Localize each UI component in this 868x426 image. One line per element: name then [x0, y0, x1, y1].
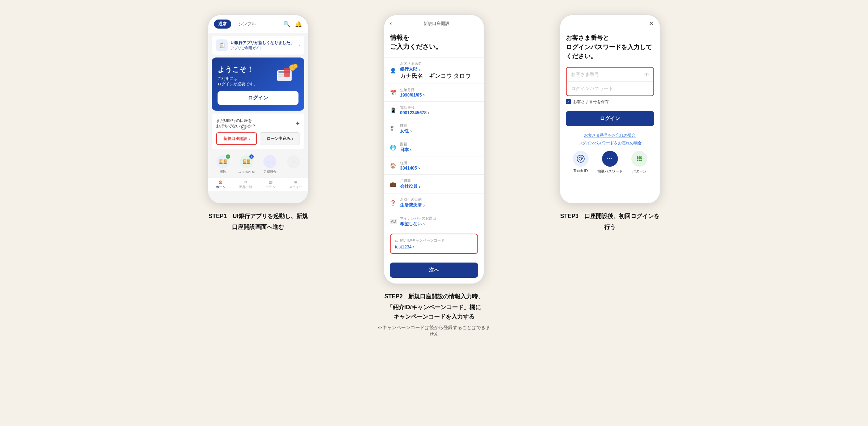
phone-icon: 📱: [390, 107, 397, 113]
field-gender-content: 性別 女性 ›: [400, 123, 478, 134]
person-icon: 👤: [390, 68, 397, 73]
touchid-label: Touch ID: [573, 169, 588, 173]
step2-number: STEP2 新規口座開設の情報入力時、: [376, 293, 492, 301]
campaign-chevron-icon: ›: [413, 244, 414, 250]
step1-column: 通常 シンプル 🔍 🔔 📋 UI銀行アプリが新しくなりました。 アプリご利用ガイ…: [181, 14, 335, 232]
svg-rect-3: [278, 76, 284, 77]
svg-point-11: [637, 158, 638, 159]
step1-number: STEP1 UI銀行アプリを起動し、新規: [209, 213, 308, 220]
bottom-nav: 🏠 ホーム 🏷 商品一覧 📰 コラム ⊞ メニュー: [208, 177, 308, 191]
field-address[interactable]: 🏠 住所 3841405 ›: [384, 157, 484, 174]
nav-products[interactable]: 🏷 商品一覧: [233, 180, 258, 189]
field-birthdate[interactable]: 📅 生年月日 1990/01/05 ›: [384, 84, 484, 101]
shortcut-savings[interactable]: ⋯ 定期預金: [259, 155, 281, 174]
step3-desc: 行う: [560, 222, 659, 232]
tab-simple[interactable]: シンプル: [234, 20, 260, 29]
step3-label: STEP3 口座開設後、初回ログインを 行う: [560, 213, 659, 232]
steps-container: 通常 シンプル 🔍 🔔 📋 UI銀行アプリが新しくなりました。 アプリご利用ガイ…: [181, 14, 687, 337]
field-name[interactable]: 👤 お客さま氏名 銀行太郎 › カナ氏名 ギンコウ タロウ: [384, 57, 484, 84]
step1-desc: 口座開設画面へ進む: [209, 222, 308, 232]
checkbox-checked-icon: ✓: [566, 99, 571, 104]
login-big-button[interactable]: ログイン: [566, 111, 654, 126]
form-title: 新規口座開設: [395, 21, 478, 27]
notice-main: UI銀行アプリが新しくなりました。: [231, 40, 296, 46]
products-nav-icon: 🏷: [244, 180, 247, 184]
svg-point-15: [639, 160, 640, 161]
save-checkbox[interactable]: ✓ お客さま番号を保存: [566, 99, 654, 105]
star-icon: ✦: [295, 120, 300, 127]
simple-password-label: 簡単パスワード: [597, 169, 623, 174]
next-button[interactable]: 次へ: [390, 263, 478, 278]
field-name-content: お客さま氏名 銀行太郎 › カナ氏名 ギンコウ タロウ: [400, 61, 478, 80]
nav-menu[interactable]: ⊞ メニュー: [283, 180, 308, 189]
forgot-number-link[interactable]: お客さま番号をお忘れの場合: [584, 133, 636, 138]
notice-sub: アプリご利用ガイド: [231, 46, 296, 51]
field-occupation[interactable]: 💼 ご職業 会社役員 ›: [384, 174, 484, 193]
pattern-icon: [631, 151, 647, 167]
field-gender[interactable]: ⚧ 性別 女性 ›: [384, 119, 484, 138]
password-field[interactable]: ログインパスワード: [567, 82, 653, 95]
step2-label: STEP2 新規口座開設の情報入力時、 「紹介ID/キャンペーンコード」欄にキャ…: [376, 293, 492, 337]
atm-icon: 💴 ¥: [240, 155, 253, 168]
simple-password-method[interactable]: ··· 簡単パスワード: [597, 151, 623, 174]
touchid-method[interactable]: Touch ID: [573, 151, 589, 174]
pattern-method[interactable]: パターン: [631, 151, 647, 174]
transfer-icon: 💴 +: [216, 155, 229, 168]
field-phone-content: 電話番号 09012345678 ›: [400, 105, 478, 115]
forgot-password-link[interactable]: ログインパスワードをお忘れの場合: [578, 140, 642, 146]
shortcut-atm[interactable]: 💴 ¥ スマホATM: [235, 155, 257, 174]
campaign-label: 🏷 紹介ID/キャンペーンコード: [395, 238, 473, 243]
field-birthdate-content: 生年月日 1990/01/05 ›: [400, 88, 478, 98]
field-nationality[interactable]: 🌐 国籍 日本 ›: [384, 138, 484, 157]
globe-icon: 🌐: [390, 145, 397, 150]
search-icon[interactable]: 🔍: [283, 21, 291, 27]
modal-heading: お客さま番号とログインパスワードを入力してください。: [560, 32, 660, 67]
campaign-value: test1234 ›: [395, 244, 473, 250]
question-icon: ❓: [390, 200, 397, 206]
field-occupation-content: ご職業 会社役員 ›: [400, 178, 478, 189]
column-nav-icon: 📰: [268, 180, 272, 184]
loan-button[interactable]: ローン申込み ›: [260, 132, 300, 145]
svg-rect-6: [284, 68, 290, 77]
back-arrow-icon[interactable]: ‹: [390, 20, 392, 27]
svg-point-5: [293, 64, 297, 68]
notice-arrow-icon: ›: [298, 43, 300, 48]
welcome-banner: ようこそ！ ご利用には ログインが必要です。: [212, 57, 304, 111]
field-purpose[interactable]: ❓ お取引の目的 生活費決済 ›: [384, 193, 484, 212]
shortcut-transfer[interactable]: 💴 + 振込: [212, 155, 234, 174]
briefcase-icon: 💼: [390, 181, 397, 187]
field-phone[interactable]: 📱 電話番号 09012345678 ›: [384, 101, 484, 119]
mynumber-icon: AD: [390, 219, 397, 224]
eye-icon[interactable]: 👁: [644, 72, 649, 77]
forgot-links: お客さま番号をお忘れの場合 ログインパスワードをお忘れの場合: [560, 133, 660, 146]
nav-home[interactable]: 🏠 ホーム: [208, 180, 233, 189]
step3-screen: ✕ お客さま番号とログインパスワードを入力してください。 お客さま番号 👁 ログ…: [560, 15, 660, 203]
step2-phone: ‹ 新規口座開設 情報をご入力ください。 👤 お客さま氏名 銀行太郎 › カナ氏…: [383, 14, 485, 284]
login-button[interactable]: ログイン: [218, 91, 298, 105]
nav-column[interactable]: 📰 コラム: [258, 180, 283, 189]
step1-screen: 通常 シンプル 🔍 🔔 📋 UI銀行アプリが新しくなりました。 アプリご利用ガイ…: [208, 15, 308, 203]
field-mynumber[interactable]: AD マイナンバーのお届出 希望しない ›: [384, 212, 484, 231]
step3-number: STEP3 口座開設後、初回ログインを: [560, 213, 659, 220]
savings-icon: ⋯: [263, 155, 276, 168]
transfer-badge: +: [226, 154, 230, 159]
new-account-button[interactable]: 新規口座開設 ›: [216, 132, 257, 145]
step2-note: ※キャンペーンコードは後から登録することはできません: [376, 324, 492, 337]
close-icon[interactable]: ✕: [649, 20, 654, 27]
notice-text: UI銀行アプリが新しくなりました。 アプリご利用ガイド: [231, 40, 296, 51]
login-input-box: お客さま番号 👁 ログインパスワード: [566, 67, 654, 96]
more-icon: ···: [287, 155, 300, 168]
campaign-field[interactable]: 🏷 紹介ID/キャンペーンコード test1234 ›: [390, 234, 478, 254]
field-address-content: 住所 3841405 ›: [400, 161, 478, 171]
bell-icon[interactable]: 🔔: [295, 21, 302, 27]
customer-number-placeholder: お客さま番号: [571, 71, 644, 78]
menu-nav-icon: ⊞: [294, 180, 297, 184]
customer-number-field[interactable]: お客さま番号 👁: [567, 68, 653, 82]
account-question: まだUI銀行の口座を お持ちでないですか？: [216, 118, 256, 129]
form-heading: 情報をご入力ください。: [384, 30, 484, 57]
svg-point-7: [577, 155, 584, 162]
step3-column: ✕ お客さま番号とログインパスワードを入力してください。 お客さま番号 👁 ログ…: [533, 14, 687, 232]
tab-normal[interactable]: 通常: [214, 20, 231, 29]
step2-column: ‹ 新規口座開設 情報をご入力ください。 👤 お客さま氏名 銀行太郎 › カナ氏…: [357, 14, 511, 337]
notice-banner[interactable]: 📋 UI銀行アプリが新しくなりました。 アプリご利用ガイド ›: [212, 36, 304, 55]
